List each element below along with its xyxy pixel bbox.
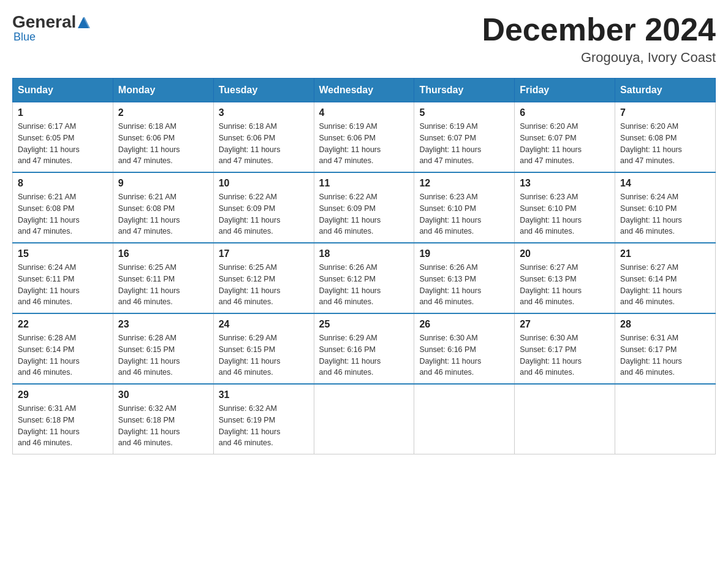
day-number: 30 xyxy=(118,389,208,400)
logo: General Blue xyxy=(12,12,91,44)
calendar-cell: 10 Sunrise: 6:22 AM Sunset: 6:09 PM Dayl… xyxy=(213,172,314,243)
day-info: Sunrise: 6:28 AM Sunset: 6:14 PM Dayligh… xyxy=(18,332,108,378)
header-friday: Friday xyxy=(515,79,615,102)
day-info: Sunrise: 6:25 AM Sunset: 6:11 PM Dayligh… xyxy=(118,262,208,308)
day-number: 20 xyxy=(520,248,610,259)
calendar-cell xyxy=(314,384,414,454)
calendar-cell: 11 Sunrise: 6:22 AM Sunset: 6:09 PM Dayl… xyxy=(314,172,414,243)
calendar-cell xyxy=(515,384,615,454)
day-info: Sunrise: 6:29 AM Sunset: 6:15 PM Dayligh… xyxy=(219,332,309,378)
header-thursday: Thursday xyxy=(414,79,515,102)
header-tuesday: Tuesday xyxy=(213,79,314,102)
calendar-cell: 2 Sunrise: 6:18 AM Sunset: 6:06 PM Dayli… xyxy=(113,102,213,173)
calendar-cell: 26 Sunrise: 6:30 AM Sunset: 6:16 PM Dayl… xyxy=(414,313,515,384)
day-number: 26 xyxy=(419,319,509,330)
header-saturday: Saturday xyxy=(615,79,716,102)
day-number: 4 xyxy=(319,107,409,118)
day-number: 27 xyxy=(520,319,610,330)
calendar-cell xyxy=(414,384,515,454)
day-number: 13 xyxy=(520,178,610,189)
title-area: December 2024 Grogouya, Ivory Coast xyxy=(482,12,716,66)
day-number: 22 xyxy=(18,319,108,330)
day-info: Sunrise: 6:19 AM Sunset: 6:06 PM Dayligh… xyxy=(319,121,409,167)
day-number: 2 xyxy=(118,107,208,118)
day-number: 28 xyxy=(620,319,710,330)
day-number: 17 xyxy=(219,248,309,259)
calendar-cell: 24 Sunrise: 6:29 AM Sunset: 6:15 PM Dayl… xyxy=(213,313,314,384)
day-number: 5 xyxy=(419,107,509,118)
calendar-cell: 30 Sunrise: 6:32 AM Sunset: 6:18 PM Dayl… xyxy=(113,384,213,454)
day-info: Sunrise: 6:28 AM Sunset: 6:15 PM Dayligh… xyxy=(118,332,208,378)
day-info: Sunrise: 6:18 AM Sunset: 6:06 PM Dayligh… xyxy=(219,121,309,167)
calendar-cell: 28 Sunrise: 6:31 AM Sunset: 6:17 PM Dayl… xyxy=(615,313,716,384)
day-info: Sunrise: 6:30 AM Sunset: 6:16 PM Dayligh… xyxy=(419,332,509,378)
calendar-cell: 22 Sunrise: 6:28 AM Sunset: 6:14 PM Dayl… xyxy=(13,313,113,384)
calendar-cell: 14 Sunrise: 6:24 AM Sunset: 6:10 PM Dayl… xyxy=(615,172,716,243)
calendar-cell: 6 Sunrise: 6:20 AM Sunset: 6:07 PM Dayli… xyxy=(515,102,615,173)
header-sunday: Sunday xyxy=(13,79,113,102)
calendar-cell: 3 Sunrise: 6:18 AM Sunset: 6:06 PM Dayli… xyxy=(213,102,314,173)
day-info: Sunrise: 6:32 AM Sunset: 6:18 PM Dayligh… xyxy=(118,403,208,449)
day-number: 14 xyxy=(620,178,710,189)
day-number: 3 xyxy=(219,107,309,118)
calendar-cell: 9 Sunrise: 6:21 AM Sunset: 6:08 PM Dayli… xyxy=(113,172,213,243)
day-number: 6 xyxy=(520,107,610,118)
day-info: Sunrise: 6:20 AM Sunset: 6:08 PM Dayligh… xyxy=(620,121,710,167)
page-header: General Blue December 2024 Grogouya, Ivo… xyxy=(12,12,716,66)
day-info: Sunrise: 6:17 AM Sunset: 6:05 PM Dayligh… xyxy=(18,121,108,167)
day-info: Sunrise: 6:31 AM Sunset: 6:18 PM Dayligh… xyxy=(18,403,108,449)
calendar-cell: 8 Sunrise: 6:21 AM Sunset: 6:08 PM Dayli… xyxy=(13,172,113,243)
location: Grogouya, Ivory Coast xyxy=(482,50,716,66)
day-number: 11 xyxy=(319,178,409,189)
calendar-table: SundayMondayTuesdayWednesdayThursdayFrid… xyxy=(12,78,716,454)
calendar-cell: 4 Sunrise: 6:19 AM Sunset: 6:06 PM Dayli… xyxy=(314,102,414,173)
day-number: 18 xyxy=(319,248,409,259)
calendar-cell: 27 Sunrise: 6:30 AM Sunset: 6:17 PM Dayl… xyxy=(515,313,615,384)
day-info: Sunrise: 6:23 AM Sunset: 6:10 PM Dayligh… xyxy=(520,191,610,237)
day-number: 12 xyxy=(419,178,509,189)
calendar-cell: 7 Sunrise: 6:20 AM Sunset: 6:08 PM Dayli… xyxy=(615,102,716,173)
logo-general: General xyxy=(12,12,76,32)
day-number: 1 xyxy=(18,107,108,118)
day-info: Sunrise: 6:20 AM Sunset: 6:07 PM Dayligh… xyxy=(520,121,610,167)
header-monday: Monday xyxy=(113,79,213,102)
day-info: Sunrise: 6:31 AM Sunset: 6:17 PM Dayligh… xyxy=(620,332,710,378)
day-info: Sunrise: 6:27 AM Sunset: 6:14 PM Dayligh… xyxy=(620,262,710,308)
day-info: Sunrise: 6:26 AM Sunset: 6:12 PM Dayligh… xyxy=(319,262,409,308)
day-number: 8 xyxy=(18,178,108,189)
day-number: 23 xyxy=(118,319,208,330)
calendar-cell: 25 Sunrise: 6:29 AM Sunset: 6:16 PM Dayl… xyxy=(314,313,414,384)
day-info: Sunrise: 6:24 AM Sunset: 6:11 PM Dayligh… xyxy=(18,262,108,308)
day-info: Sunrise: 6:30 AM Sunset: 6:17 PM Dayligh… xyxy=(520,332,610,378)
calendar-cell: 5 Sunrise: 6:19 AM Sunset: 6:07 PM Dayli… xyxy=(414,102,515,173)
week-row-5: 29 Sunrise: 6:31 AM Sunset: 6:18 PM Dayl… xyxy=(13,384,716,454)
logo-text: General xyxy=(12,12,91,32)
calendar-cell: 18 Sunrise: 6:26 AM Sunset: 6:12 PM Dayl… xyxy=(314,243,414,313)
day-info: Sunrise: 6:22 AM Sunset: 6:09 PM Dayligh… xyxy=(219,191,309,237)
week-row-3: 15 Sunrise: 6:24 AM Sunset: 6:11 PM Dayl… xyxy=(13,243,716,313)
day-number: 10 xyxy=(219,178,309,189)
day-number: 9 xyxy=(118,178,208,189)
day-info: Sunrise: 6:24 AM Sunset: 6:10 PM Dayligh… xyxy=(620,191,710,237)
day-info: Sunrise: 6:23 AM Sunset: 6:10 PM Dayligh… xyxy=(419,191,509,237)
day-number: 15 xyxy=(18,248,108,259)
logo-triangle-icon xyxy=(77,16,90,28)
calendar-cell: 19 Sunrise: 6:26 AM Sunset: 6:13 PM Dayl… xyxy=(414,243,515,313)
calendar-cell: 31 Sunrise: 6:32 AM Sunset: 6:19 PM Dayl… xyxy=(213,384,314,454)
calendar-cell: 12 Sunrise: 6:23 AM Sunset: 6:10 PM Dayl… xyxy=(414,172,515,243)
day-number: 29 xyxy=(18,389,108,400)
day-number: 25 xyxy=(319,319,409,330)
calendar-cell: 15 Sunrise: 6:24 AM Sunset: 6:11 PM Dayl… xyxy=(13,243,113,313)
month-title: December 2024 xyxy=(482,12,716,47)
day-number: 7 xyxy=(620,107,710,118)
header-wednesday: Wednesday xyxy=(314,79,414,102)
calendar-cell: 29 Sunrise: 6:31 AM Sunset: 6:18 PM Dayl… xyxy=(13,384,113,454)
calendar-cell: 13 Sunrise: 6:23 AM Sunset: 6:10 PM Dayl… xyxy=(515,172,615,243)
day-number: 16 xyxy=(118,248,208,259)
day-info: Sunrise: 6:21 AM Sunset: 6:08 PM Dayligh… xyxy=(118,191,208,237)
day-info: Sunrise: 6:29 AM Sunset: 6:16 PM Dayligh… xyxy=(319,332,409,378)
logo-blue: Blue xyxy=(13,31,36,44)
calendar-cell: 21 Sunrise: 6:27 AM Sunset: 6:14 PM Dayl… xyxy=(615,243,716,313)
week-row-2: 8 Sunrise: 6:21 AM Sunset: 6:08 PM Dayli… xyxy=(13,172,716,243)
week-row-1: 1 Sunrise: 6:17 AM Sunset: 6:05 PM Dayli… xyxy=(13,102,716,173)
